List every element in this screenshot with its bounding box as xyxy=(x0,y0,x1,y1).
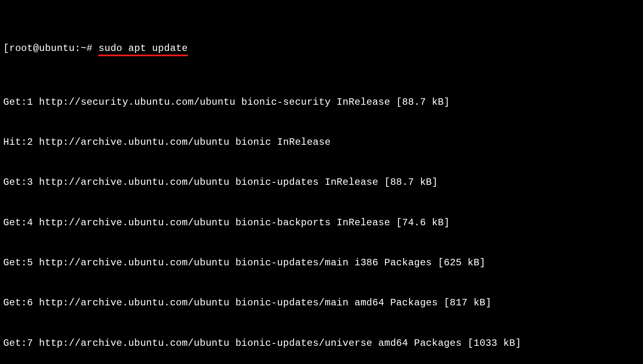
output-line: Get:5 http://archive.ubuntu.com/ubuntu b… xyxy=(0,256,643,269)
prompt-line-1: [root@ubuntu:~# sudo apt update xyxy=(0,42,643,55)
output-line: Get:7 http://archive.ubuntu.com/ubuntu b… xyxy=(0,336,643,350)
terminal-output[interactable]: [root@ubuntu:~# sudo apt update Get:1 ht… xyxy=(0,2,643,364)
output-line: Hit:2 http://archive.ubuntu.com/ubuntu b… xyxy=(0,135,643,149)
command-update: sudo apt update xyxy=(98,42,188,55)
prompt-userhost: root@ubuntu:~# xyxy=(9,43,99,54)
output-line: Get:1 http://security.ubuntu.com/ubuntu … xyxy=(0,95,643,109)
output-line: Get:6 http://archive.ubuntu.com/ubuntu b… xyxy=(0,296,643,309)
output-line: Get:4 http://archive.ubuntu.com/ubuntu b… xyxy=(0,216,643,229)
output-line: Get:3 http://archive.ubuntu.com/ubuntu b… xyxy=(0,176,643,189)
prompt-bracket: [ xyxy=(3,43,9,54)
